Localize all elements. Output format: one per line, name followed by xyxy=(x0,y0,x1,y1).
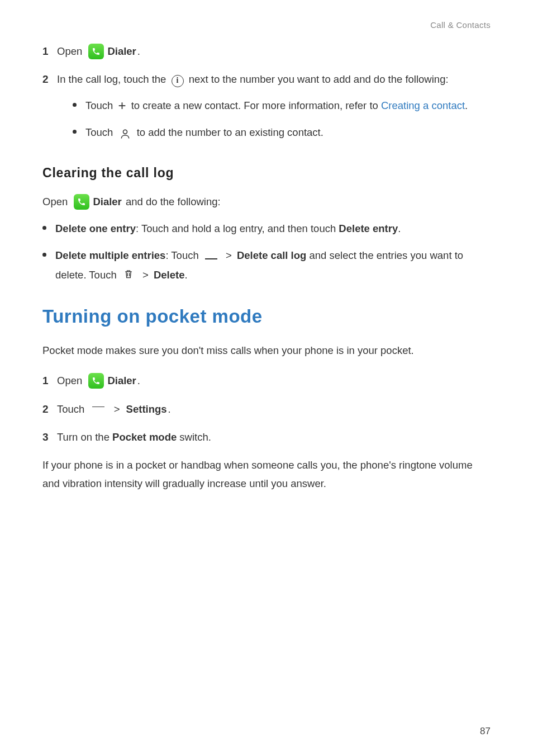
menu-icon xyxy=(205,257,217,266)
link-creating-contact[interactable]: Creating a contact xyxy=(381,100,465,111)
label: Delete multiple entries xyxy=(55,249,165,261)
text: Touch xyxy=(57,400,88,418)
bullet-icon xyxy=(73,103,77,107)
text: . xyxy=(184,269,187,281)
step-number: 1 xyxy=(42,42,51,60)
person-icon xyxy=(120,128,131,140)
text: to create a new contact. For more inform… xyxy=(131,100,381,111)
bold: Delete xyxy=(154,269,185,281)
dialer-icon xyxy=(88,44,104,59)
step-2: 2 In the call log, touch the i next to t… xyxy=(42,70,491,150)
text: next to the number you want to add and d… xyxy=(189,73,449,85)
para-open-dialer: Open Dialer and do the following: xyxy=(42,193,491,211)
text: . xyxy=(465,100,468,111)
text: Open xyxy=(42,193,70,211)
step-number: 3 xyxy=(42,428,51,446)
text: . xyxy=(137,42,140,60)
bold: Pocket mode xyxy=(112,431,177,443)
text: to add the number to an existing contact… xyxy=(134,123,323,142)
pocket-step-3: 3 Turn on the Pocket mode switch. xyxy=(42,428,491,446)
step-number: 2 xyxy=(42,70,51,88)
text: > xyxy=(223,249,235,261)
plus-icon: + xyxy=(118,99,126,112)
menu-icon xyxy=(92,405,104,414)
heading-clearing-call-log: Clearing the call log xyxy=(42,166,491,181)
heading-pocket-mode: Turning on pocket mode xyxy=(42,306,491,327)
dialer-label: Dialer xyxy=(93,193,121,211)
bullet-delete-multiple: Delete multiple entries: Touch > Delete … xyxy=(42,246,491,285)
text: > xyxy=(111,400,123,418)
para-pocket-outro: If your phone is in a pocket or handbag … xyxy=(42,456,491,493)
dialer-icon xyxy=(74,194,89,210)
text: . xyxy=(137,372,140,389)
text: Open xyxy=(57,372,85,389)
breadcrumb: Call & Contacts xyxy=(430,20,491,30)
trash-icon xyxy=(123,268,134,280)
bullet-icon xyxy=(42,253,46,257)
dialer-label: Dialer xyxy=(107,372,136,389)
step-number: 1 xyxy=(42,372,51,390)
sub-bullet-create-contact: Touch + to create a new contact. For mor… xyxy=(73,96,491,115)
pocket-step-2: 2 Touch > Settings . xyxy=(42,400,491,418)
page-content: 1 Open Dialer . 2 In the call log, touch… xyxy=(42,20,491,493)
para-pocket-intro: Pocket mode makes sure you don't miss ca… xyxy=(42,342,491,360)
pocket-step-1: 1 Open Dialer . xyxy=(42,372,491,390)
bullet-icon xyxy=(42,226,46,230)
text: . xyxy=(398,223,401,234)
bold: Settings xyxy=(126,400,167,418)
step-1: 1 Open Dialer . xyxy=(42,42,491,60)
text: : Touch xyxy=(165,249,201,261)
bullet-delete-one: Delete one entry: Touch and hold a log e… xyxy=(42,219,491,238)
text: In the call log, touch the xyxy=(57,73,169,85)
text: > xyxy=(140,269,151,281)
dialer-icon xyxy=(88,373,104,389)
label: Delete one entry xyxy=(55,223,136,234)
bold: Delete entry xyxy=(339,223,398,234)
dialer-label: Dialer xyxy=(107,42,136,60)
svg-point-0 xyxy=(123,130,127,134)
page-number: 87 xyxy=(480,726,491,737)
info-icon: i xyxy=(172,75,184,87)
text: : Touch and hold a log entry, and then t… xyxy=(136,223,339,234)
bullet-icon xyxy=(73,130,77,134)
bold: Delete call log xyxy=(237,249,306,261)
step-number: 2 xyxy=(42,400,51,418)
text: and do the following: xyxy=(123,193,221,211)
text: Touch xyxy=(85,100,116,111)
text: switch. xyxy=(177,431,211,443)
text: Touch xyxy=(85,123,116,142)
text: Turn on the xyxy=(57,431,112,443)
text: Open xyxy=(57,42,85,60)
text: . xyxy=(168,400,171,418)
sub-bullet-add-existing: Touch to add the number to an existing c… xyxy=(73,123,491,142)
